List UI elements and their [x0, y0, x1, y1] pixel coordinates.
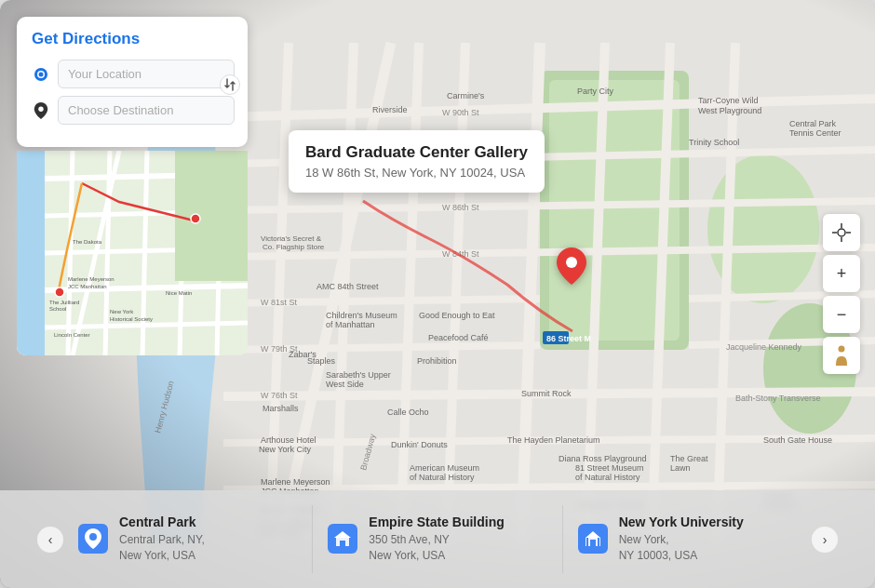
- minimap-panel: The Juilliard School The Dakota Lincoln …: [17, 151, 248, 355]
- swap-button[interactable]: [220, 74, 240, 95]
- svg-point-110: [838, 229, 845, 236]
- svg-text:The Dakota: The Dakota: [73, 239, 102, 245]
- svg-text:Sarabeth's Upper: Sarabeth's Upper: [326, 370, 391, 380]
- svg-text:of Manhattan: of Manhattan: [326, 320, 375, 329]
- svg-text:Bath-Stony Transverse: Bath-Stony Transverse: [735, 394, 821, 403]
- svg-text:Lincoln Center: Lincoln Center: [54, 332, 90, 338]
- svg-text:The Great: The Great: [670, 454, 708, 463]
- svg-text:86 Street M: 86 Street M: [546, 334, 591, 343]
- svg-text:Lawn: Lawn: [670, 463, 691, 473]
- carousel-item-name-0: Central Park: [119, 514, 205, 530]
- locate-button[interactable]: [823, 214, 860, 251]
- destination-row: [32, 96, 233, 125]
- carousel-item-addr-2: New York, NY 10003, USA: [619, 532, 744, 564]
- carousel-next[interactable]: ›: [812, 527, 838, 553]
- svg-text:American Museum: American Museum: [410, 463, 479, 473]
- carousel-icon-0: [78, 524, 108, 554]
- directions-panel: Get Directions: [17, 17, 248, 147]
- carousel-icon-1: [328, 524, 357, 554]
- origin-icon: [32, 65, 50, 84]
- svg-text:Carmine's: Carmine's: [447, 91, 485, 100]
- svg-text:Tarr-Coyne Wild: Tarr-Coyne Wild: [698, 96, 759, 105]
- svg-text:of Natural History: of Natural History: [575, 473, 640, 482]
- zoom-out-button[interactable]: −: [823, 296, 860, 333]
- svg-text:Dunkin' Donuts: Dunkin' Donuts: [391, 440, 448, 449]
- svg-text:Summit Rock: Summit Rock: [521, 389, 572, 398]
- svg-text:Staples: Staples: [307, 356, 336, 366]
- svg-text:Diana Ross Playground: Diana Ross Playground: [559, 454, 647, 463]
- street-view-button[interactable]: [823, 337, 860, 374]
- svg-text:Marlene Meyerson: Marlene Meyerson: [68, 276, 114, 282]
- svg-text:West Playground: West Playground: [698, 106, 761, 115]
- svg-text:Riverside: Riverside: [372, 105, 408, 114]
- svg-rect-85: [17, 151, 45, 355]
- svg-text:AMC 84th Street: AMC 84th Street: [316, 282, 379, 291]
- svg-text:Calle Ocho: Calle Ocho: [387, 408, 429, 417]
- carousel-item-name-1: Empire State Building: [369, 514, 504, 530]
- svg-rect-121: [340, 541, 345, 546]
- svg-point-83: [566, 257, 577, 268]
- carousel-icon-2: [578, 524, 608, 554]
- svg-text:81 Street Museum: 81 Street Museum: [575, 463, 644, 473]
- svg-text:Jacqueline Kennedy: Jacqueline Kennedy: [726, 342, 802, 352]
- svg-text:West Side: West Side: [326, 380, 364, 389]
- carousel-item-info-0: Central Park Central Park, NY, New York,…: [119, 514, 205, 563]
- svg-text:Historical Society: Historical Society: [110, 316, 153, 322]
- zoom-in-button[interactable]: +: [823, 255, 860, 292]
- carousel-item-info-2: New York University New York, NY 10003, …: [619, 514, 744, 563]
- svg-text:Central Park: Central Park: [789, 119, 837, 128]
- svg-text:New York: New York: [110, 309, 134, 314]
- svg-point-115: [839, 346, 845, 353]
- svg-text:W 81st St: W 81st St: [261, 298, 298, 307]
- svg-text:Party City: Party City: [577, 87, 614, 96]
- location-dot: [34, 68, 47, 81]
- info-popup: Bard Graduate Center Gallery 18 W 86th S…: [289, 130, 545, 193]
- svg-point-109: [38, 106, 43, 111]
- directions-title: Get Directions: [32, 30, 233, 48]
- svg-text:Peacefood Café: Peacefood Café: [428, 333, 489, 342]
- origin-input[interactable]: [58, 60, 235, 88]
- svg-text:of Natural History: of Natural History: [410, 473, 475, 482]
- svg-text:Victoria's Secret &: Victoria's Secret &: [261, 234, 322, 243]
- svg-text:Good Enough to Eat: Good Enough to Eat: [419, 311, 495, 320]
- svg-text:W 90th St: W 90th St: [442, 108, 479, 117]
- carousel-item-name-2: New York University: [619, 514, 744, 530]
- carousel-item-2[interactable]: New York University New York, NY 10003, …: [563, 505, 812, 572]
- svg-text:Arthouse Hotel: Arthouse Hotel: [261, 435, 316, 445]
- bottom-carousel: ‹ Central Park Central Park, NY, New Yor…: [0, 490, 875, 588]
- carousel-item-info-1: Empire State Building 350 5th Ave, NY Ne…: [369, 514, 504, 563]
- destination-input[interactable]: [58, 96, 235, 125]
- svg-text:W 86th St: W 86th St: [442, 203, 479, 212]
- app-wrapper: W 90th St W 88th St W 86th St W 84th St …: [0, 0, 875, 588]
- svg-text:The Hayden Planetarium: The Hayden Planetarium: [507, 435, 600, 445]
- svg-marker-123: [586, 531, 600, 538]
- carousel-prev[interactable]: ‹: [37, 527, 63, 553]
- inputs-section: [32, 60, 233, 125]
- svg-rect-126: [590, 540, 596, 546]
- svg-text:The Juilliard: The Juilliard: [49, 300, 79, 305]
- svg-text:Nice Matin: Nice Matin: [166, 290, 192, 296]
- svg-point-99: [191, 214, 200, 223]
- carousel-item-addr-0: Central Park, NY, New York, USA: [119, 532, 205, 564]
- svg-text:Children's Museum: Children's Museum: [326, 311, 397, 320]
- carousel-item-0[interactable]: Central Park Central Park, NY, New York,…: [63, 505, 313, 572]
- svg-text:Prohibition: Prohibition: [417, 356, 457, 366]
- svg-text:Marshalls: Marshalls: [262, 404, 299, 413]
- svg-point-118: [89, 533, 97, 541]
- svg-text:W 76th St: W 76th St: [261, 391, 298, 400]
- svg-text:School: School: [49, 306, 66, 312]
- svg-text:Co. Flagship Store: Co. Flagship Store: [262, 243, 325, 251]
- carousel-items: Central Park Central Park, NY, New York,…: [63, 505, 812, 572]
- svg-rect-97: [175, 151, 248, 281]
- svg-marker-120: [334, 531, 351, 538]
- popup-place-name: Bard Graduate Center Gallery: [305, 143, 528, 162]
- svg-text:Trinity School: Trinity School: [689, 138, 739, 147]
- carousel-item-1[interactable]: Empire State Building 350 5th Ave, NY Ne…: [313, 505, 562, 572]
- popup-address: 18 W 86th St, New York, NY 10024, USA: [305, 166, 528, 180]
- svg-point-98: [55, 287, 64, 297]
- destination-icon: [32, 101, 50, 120]
- svg-text:New York City: New York City: [259, 445, 312, 454]
- origin-row: [32, 60, 233, 88]
- svg-text:Tennis Center: Tennis Center: [789, 128, 841, 138]
- svg-text:South Gate House: South Gate House: [763, 435, 832, 445]
